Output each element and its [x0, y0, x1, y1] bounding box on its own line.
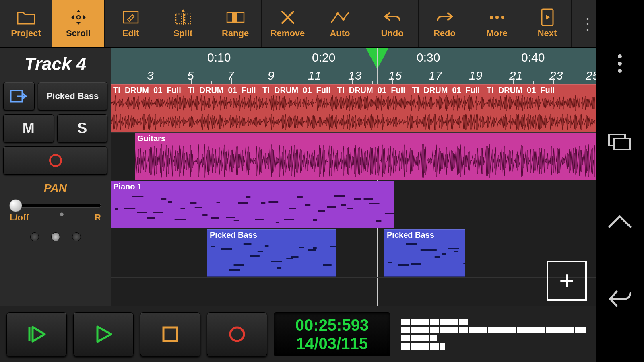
auto-button[interactable]: Auto	[314, 0, 366, 47]
svg-rect-72	[398, 264, 409, 266]
svg-rect-17	[132, 196, 144, 197]
back-icon[interactable]	[606, 285, 634, 313]
toolbar: Project Scroll Edit Split Range Remove A…	[0, 0, 596, 48]
toolbar-label: Next	[538, 28, 557, 39]
redo-button[interactable]: Redo	[419, 0, 471, 47]
dot[interactable]	[30, 232, 39, 241]
svg-rect-67	[308, 249, 316, 251]
remove-button[interactable]: Remove	[262, 0, 314, 47]
svg-rect-42	[313, 219, 317, 221]
dot[interactable]	[72, 232, 81, 241]
more-icon	[489, 9, 505, 26]
redo-icon	[436, 9, 454, 26]
svg-point-0	[77, 16, 80, 19]
record-icon	[227, 325, 247, 344]
svg-rect-24	[180, 208, 185, 209]
svg-rect-54	[211, 246, 215, 247]
svg-rect-71	[388, 262, 392, 263]
clip[interactable]: Picked Bass	[384, 229, 465, 277]
svg-point-10	[495, 16, 499, 19]
svg-rect-36	[268, 201, 278, 203]
svg-rect-60	[258, 251, 263, 252]
svg-rect-29	[217, 202, 220, 203]
svg-rect-59	[250, 255, 260, 257]
record-button[interactable]	[207, 312, 267, 356]
svg-rect-77	[435, 256, 440, 258]
next-button[interactable]: Next	[523, 0, 572, 47]
svg-rect-46	[341, 204, 346, 206]
svg-rect-49	[364, 198, 373, 200]
svg-point-14	[50, 155, 61, 166]
record-arm-button[interactable]	[3, 146, 107, 175]
clip[interactable]: Piano 1	[111, 181, 394, 228]
toolbar-label: Remove	[270, 28, 305, 39]
stop-icon	[161, 325, 180, 343]
track-title: Track 4	[3, 51, 107, 78]
mute-button[interactable]: M	[3, 114, 54, 142]
add-track-button[interactable]: +	[547, 261, 587, 301]
undo-button[interactable]: Undo	[366, 0, 419, 47]
bar-ruler[interactable]: 35791113151719212325	[111, 67, 596, 84]
svg-rect-2	[176, 14, 182, 24]
svg-rect-70	[330, 246, 336, 247]
home-icon[interactable]	[606, 206, 634, 234]
scroll-icon	[70, 9, 87, 26]
play-start-icon	[25, 322, 49, 346]
track-row[interactable]	[111, 229, 596, 278]
slider-thumb[interactable]	[9, 199, 22, 212]
pan-slider[interactable]: L/off • R	[3, 199, 107, 223]
recents-icon[interactable]	[606, 128, 634, 156]
meter-row	[401, 319, 589, 325]
toolbar-label: Split	[173, 28, 193, 39]
svg-rect-44	[327, 206, 336, 208]
play-from-start-button[interactable]	[6, 312, 67, 356]
overflow-menu-button[interactable]: ⋮	[572, 0, 604, 47]
play-button[interactable]	[73, 312, 134, 356]
svg-rect-62	[271, 261, 282, 262]
svg-rect-15	[115, 208, 118, 210]
dot[interactable]	[51, 232, 60, 241]
svg-rect-35	[261, 202, 266, 204]
bar-marker: 21	[509, 69, 522, 82]
svg-rect-22	[168, 201, 172, 203]
folder-icon	[17, 9, 35, 26]
menu-icon[interactable]	[606, 49, 634, 78]
svg-rect-76	[427, 249, 437, 251]
time-marker: 0:10	[207, 51, 231, 64]
solo-button[interactable]: S	[57, 114, 108, 142]
position-value: 14/03/115	[296, 334, 368, 353]
project-button[interactable]: Project	[0, 0, 52, 47]
pencil-icon	[122, 9, 140, 26]
playhead[interactable]	[377, 48, 388, 69]
svg-rect-20	[153, 212, 163, 213]
play-icon	[93, 323, 114, 345]
track-output-button[interactable]	[3, 82, 35, 110]
svg-point-11	[501, 16, 504, 19]
page-dots[interactable]	[3, 232, 107, 241]
clip[interactable]: Guitars	[135, 133, 596, 180]
clip[interactable]: Picked Bass	[207, 229, 336, 277]
clip[interactable]: TI_DRUM_01_Full_ TI_DRUM_01_Full_ TI_DRU…	[111, 84, 596, 132]
range-button[interactable]: Range	[209, 0, 262, 47]
pan-label: PAN	[3, 182, 107, 195]
automation-icon	[330, 9, 350, 26]
svg-rect-43	[318, 210, 325, 212]
bar-marker: 17	[429, 69, 442, 82]
svg-rect-51	[376, 220, 382, 222]
svg-rect-6	[232, 12, 237, 22]
edit-button[interactable]: Edit	[105, 0, 157, 47]
svg-rect-73	[406, 243, 417, 245]
scroll-button[interactable]: Scroll	[52, 0, 105, 47]
time-ruler[interactable]: 0:100:200:300:40	[111, 48, 596, 67]
bar-marker: 7	[227, 69, 234, 82]
time-display[interactable]: 00:25:593 14/03/115	[274, 312, 390, 356]
route-icon	[10, 89, 28, 103]
next-icon	[540, 9, 555, 26]
plus-icon: +	[559, 266, 574, 296]
toolbar-label: Project	[11, 28, 41, 39]
stop-button[interactable]	[140, 312, 200, 356]
split-button[interactable]: Split	[157, 0, 209, 47]
more-button[interactable]: More	[471, 0, 523, 47]
timeline[interactable]: 0:100:200:300:40 35791113151719212325 TI…	[111, 48, 596, 306]
instrument-button[interactable]: Picked Bass	[38, 82, 107, 110]
